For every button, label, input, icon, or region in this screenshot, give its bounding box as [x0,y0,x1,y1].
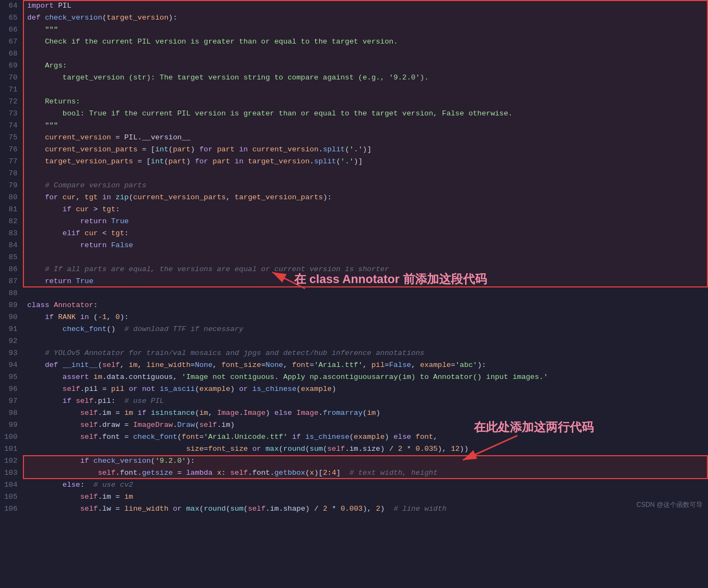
code-line-86: 86 # If all parts are equal, the version… [0,264,708,275]
code-line-78: 78 [0,168,708,180]
code-line-70: 70 target_version (str): The target vers… [0,72,708,84]
code-line-91: 91 check_font() # download TTF if necess… [0,323,708,335]
code-line-73: 73 bool: True if the current PIL version… [0,108,708,120]
code-line-66: 66 """ [0,24,708,36]
code-line-97: 97 if self.pil: # use PIL [0,395,708,407]
code-line-93: 93 # YOLOv5 Annotator for train/val mosa… [0,347,708,359]
code-line-106: 106 self.lw = line_width or max(round(su… [0,503,708,515]
code-line-80: 80 for cur, tgt in zip(current_version_p… [0,192,708,204]
code-line-100: 100 self.font = check_font(font='Arial.U… [0,431,708,443]
code-line-77: 77 target_version_parts = [int(part) for… [0,156,708,168]
code-line-105: 105 self.im = im [0,491,708,503]
code-line-88: 88 [0,287,708,299]
code-line-94: 94 def __init__(self, im, line_width=Non… [0,359,708,371]
code-line-68: 68 [0,48,708,60]
code-line-67: 67 Check if the current PIL version is g… [0,36,708,48]
highlighted-lines-102-103: 102 if check_version('9.2.0'): 103 self.… [0,455,708,479]
code-line-71: 71 [0,84,708,96]
code-line-81: 81 if cur > tgt: [0,204,708,216]
code-line-96: 96 self.pil = pil or not is_ascii(exampl… [0,383,708,395]
code-line-90: 90 if RANK in (-1, 0): [0,311,708,323]
code-line-64: 64 import PIL [0,0,708,12]
code-line-84: 84 return False [0,240,708,252]
code-line-69: 69 Args: [0,60,708,72]
code-line-103: 103 self.font.getsize = lambda x: self.f… [0,467,708,479]
code-line-87: 87 return True [0,275,708,287]
code-line-75: 75 current_version = PIL.__version__ [0,132,708,144]
code-line-72: 72 Returns: [0,96,708,108]
code-line-99: 99 self.draw = ImageDraw.Draw(self.im) [0,419,708,431]
code-line-95: 95 assert im.data.contiguous, 'Image not… [0,371,708,383]
code-line-104: 104 else: # use cv2 [0,479,708,491]
code-line-98: 98 self.im = im if isinstance(im, Image.… [0,407,708,419]
code-line-92: 92 [0,335,708,347]
code-line-85: 85 [0,252,708,264]
code-line-79: 79 # Compare version parts [0,180,708,192]
code-line-65: 65 def check_version(target_version): [0,12,708,24]
code-line-89: 89 class Annotator: [0,299,708,311]
code-line-82: 82 return True [0,216,708,228]
code-line-101: 101 size=font_size or max(round(sum(self… [0,443,708,455]
code-line-76: 76 current_version_parts = [int(part) fo… [0,144,708,156]
code-line-102: 102 if check_version('9.2.0'): [0,455,708,467]
code-line-83: 83 elif cur < tgt: [0,228,708,240]
code-line-74: 74 """ [0,120,708,132]
csdn-watermark: CSDN @这个函数可导 [636,500,703,510]
